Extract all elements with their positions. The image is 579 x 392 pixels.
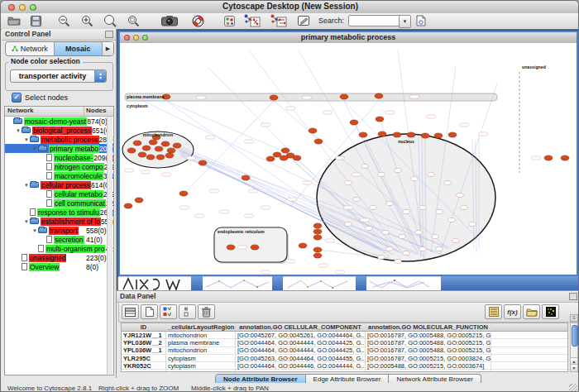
- annotate-nodes-button[interactable]: [242, 14, 262, 27]
- gene-node[interactable]: [393, 132, 401, 137]
- tiny-node[interactable]: [370, 206, 377, 210]
- tree-row-establishment-of-lo[interactable]: ▼establishment of lo558(0): [5, 217, 113, 226]
- node-color-dropdown[interactable]: transporter activity ▲▼: [10, 69, 107, 83]
- gene-node[interactable]: [421, 133, 429, 138]
- gene-node[interactable]: [156, 155, 165, 160]
- gene-node[interactable]: [155, 146, 163, 151]
- table-row-ykr052c[interactable]: YKR052Ccytoplasm[GO:0044464, GO:0044446,…: [122, 362, 567, 370]
- tiny-node[interactable]: [386, 202, 394, 206]
- tiny-node[interactable]: [399, 235, 406, 239]
- table-corner-button[interactable]: ≡: [570, 314, 578, 322]
- gene-node[interactable]: [561, 155, 569, 160]
- background-window-edge[interactable]: [356, 276, 366, 290]
- help-button[interactable]: [189, 14, 206, 27]
- gene-node[interactable]: [375, 93, 383, 98]
- column-header--cellularlayoutregion[interactable]: _cellularLayoutRegion: [166, 323, 236, 331]
- tiny-node[interactable]: [345, 181, 352, 185]
- tiny-node[interactable]: [461, 206, 468, 210]
- tree-row-multi-organism-pro[interactable]: multi-organism pro42(0): [5, 244, 113, 253]
- tiny-node[interactable]: [403, 251, 410, 256]
- gene-node[interactable]: [309, 128, 317, 133]
- gene-node[interactable]: [127, 148, 136, 153]
- expander-icon[interactable]: ▼: [31, 228, 38, 233]
- expander-icon[interactable]: ▼: [15, 128, 22, 133]
- tiny-node[interactable]: [452, 239, 460, 243]
- gene-node[interactable]: [161, 141, 170, 146]
- tiny-node[interactable]: [382, 231, 390, 235]
- open-session-button[interactable]: [6, 14, 22, 27]
- gene-node[interactable]: [376, 117, 384, 122]
- tree-row-metabolic-process[interactable]: ▼metabolic process280(0): [5, 135, 113, 144]
- gene-node[interactable]: [165, 153, 174, 158]
- snapshot-button[interactable]: [160, 14, 179, 27]
- background-window-bird-sketch[interactable]: [118, 276, 191, 291]
- table-row-yjr121w__1[interactable]: YJR121W__1mitochondrion[GO:0045267, GO:0…: [122, 332, 567, 339]
- zoom-fit-button[interactable]: [102, 14, 118, 27]
- tiny-node[interactable]: [436, 210, 443, 214]
- save-session-button[interactable]: [27, 14, 44, 27]
- tree-row-response-to-stimulu[interactable]: response to stimulu264(0): [5, 208, 113, 217]
- tiny-node[interactable]: [395, 260, 402, 264]
- tiny-node[interactable]: [361, 165, 369, 169]
- tiny-node[interactable]: [395, 169, 402, 173]
- search-config-button[interactable]: [413, 14, 429, 27]
- gene-node[interactable]: [251, 245, 259, 250]
- scroll-down-arrow[interactable]: ▼: [571, 364, 577, 371]
- annotate-network-button[interactable]: [269, 14, 289, 27]
- enhanced-search-button[interactable]: [295, 14, 312, 27]
- tree-row-mosaic-demo-yeast[interactable]: mosaic-demo-yeast874(0): [5, 117, 113, 126]
- gene-node[interactable]: [448, 132, 457, 137]
- gene-node[interactable]: [378, 131, 386, 136]
- gene-node[interactable]: [313, 223, 322, 228]
- gene-node[interactable]: [350, 120, 358, 125]
- tiny-node[interactable]: [419, 247, 427, 251]
- tiny-node[interactable]: [448, 218, 456, 222]
- tree-row-overview[interactable]: Overview8(0): [5, 262, 113, 271]
- table-scrollbar[interactable]: ▲ ▼: [570, 323, 578, 372]
- background-window-fragment[interactable]: [433, 276, 441, 291]
- create-attribute-button[interactable]: [141, 304, 158, 319]
- gene-node[interactable]: [270, 95, 278, 100]
- tiny-node[interactable]: [444, 181, 452, 185]
- background-window-edge[interactable]: [272, 276, 283, 290]
- gene-node[interactable]: [242, 175, 250, 180]
- gene-node[interactable]: [314, 139, 323, 144]
- gene-node[interactable]: [199, 160, 207, 165]
- gene-node[interactable]: [149, 140, 157, 145]
- gene-node[interactable]: [299, 243, 307, 248]
- tree-row-biological-process[interactable]: ▼biological_process651(0): [5, 126, 113, 135]
- formula-builder-button[interactable]: f(x): [504, 304, 521, 319]
- tree-row-unassigned[interactable]: unassigned223(0): [5, 253, 113, 262]
- tiny-node[interactable]: [378, 256, 385, 260]
- zoom-in-button[interactable]: [79, 14, 95, 27]
- select-nodes-checkbox[interactable]: ✓: [12, 93, 22, 103]
- gene-node[interactable]: [434, 133, 443, 138]
- gene-node[interactable]: [544, 155, 553, 160]
- gene-node[interactable]: [313, 235, 322, 240]
- tab-mosaic[interactable]: Mosaic: [55, 42, 103, 55]
- network-window-titlebar[interactable]: primary metabolic process: [120, 32, 577, 44]
- gene-node[interactable]: [179, 191, 188, 196]
- tiny-node[interactable]: [353, 198, 361, 202]
- background-window-graph-3[interactable]: [366, 276, 433, 291]
- expander-icon[interactable]: ▼: [31, 146, 38, 151]
- tiny-node[interactable]: [345, 222, 352, 227]
- expander-icon[interactable]: ▼: [23, 219, 30, 224]
- gene-node[interactable]: [266, 156, 275, 161]
- tiny-node[interactable]: [428, 173, 435, 177]
- float-panel-icon[interactable]: [105, 31, 113, 38]
- network-canvas[interactable]: plasma membranecytoplasmmitochondrionnuc…: [120, 43, 577, 275]
- gene-node[interactable]: [293, 155, 301, 160]
- search-input[interactable]: [348, 15, 401, 26]
- gene-node[interactable]: [227, 245, 235, 250]
- column-header-annotation[interactable]: annotation.GO MOLECULAR_FUNCTION: [366, 323, 491, 331]
- vizmapper-button[interactable]: [221, 14, 237, 27]
- expander-icon[interactable]: ▼: [23, 137, 30, 142]
- select-attributes-button[interactable]: [122, 304, 139, 319]
- float-panel-icon[interactable]: [569, 293, 577, 300]
- tree-row-cell-communicat[interactable]: cell communicat22(0): [5, 198, 113, 208]
- table-scrollbar-thumb[interactable]: [572, 325, 578, 347]
- gene-node[interactable]: [138, 152, 146, 157]
- tree-row-cellular-process[interactable]: ▼cellular process614(0): [5, 180, 113, 189]
- gene-node[interactable]: [281, 148, 290, 153]
